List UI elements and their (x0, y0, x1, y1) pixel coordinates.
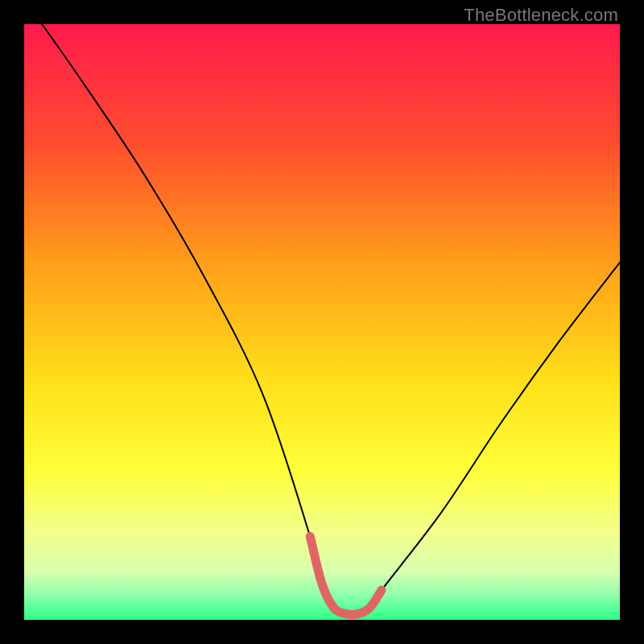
curve-layer (24, 24, 620, 620)
optimum-segment (310, 536, 382, 614)
bottleneck-curve (42, 24, 620, 615)
chart-frame: TheBottleneck.com (0, 0, 644, 644)
plot-area (24, 24, 620, 620)
watermark-text: TheBottleneck.com (464, 5, 618, 26)
